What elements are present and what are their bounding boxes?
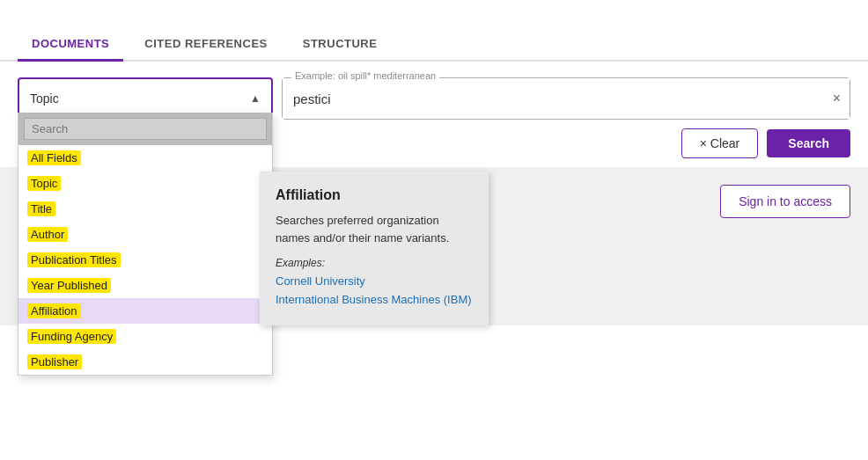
affiliation-popup: Affiliation Searches preferred organizat… (260, 172, 489, 325)
example-link-cornell[interactable]: Cornell University (276, 273, 473, 291)
affiliation-popup-title: Affiliation (276, 187, 473, 203)
list-item[interactable]: Author (18, 222, 272, 247)
list-item[interactable]: Title (18, 196, 272, 222)
list-item[interactable]: Publisher (18, 349, 272, 375)
search-button[interactable]: Search (767, 129, 850, 157)
search-placeholder-label: Example: oil spill* mediterranean (291, 70, 439, 81)
clear-x-button[interactable]: × (833, 91, 841, 106)
topic-dropdown: All Fields Topic Title Author Publicatio… (18, 113, 273, 376)
dropdown-search-input[interactable] (24, 118, 267, 140)
list-item[interactable]: Funding Agency (18, 324, 272, 349)
topic-label: Topic (30, 91, 59, 106)
sign-in-button[interactable]: Sign in to access (720, 185, 850, 218)
list-item[interactable]: Topic (18, 171, 272, 196)
tab-documents[interactable]: DOCUMENTS (18, 28, 123, 62)
clear-button[interactable]: × Clear (681, 128, 759, 158)
dropdown-search-area (18, 113, 272, 145)
search-input-wrapper: Example: oil spill* mediterranean × (282, 77, 850, 120)
tabs-bar: DOCUMENTS CITED REFERENCES STRUCTURE (0, 0, 868, 62)
tab-structure[interactable]: STRUCTURE (289, 28, 392, 62)
affiliation-popup-description: Searches preferred organization names an… (276, 212, 473, 246)
example-link-ibm[interactable]: International Business Machines (IBM) (276, 291, 473, 310)
chevron-up-icon: ▲ (250, 92, 261, 105)
list-item[interactable]: Year Published (18, 273, 272, 298)
list-item[interactable]: Publication Titles (18, 247, 272, 273)
dropdown-list: All Fields Topic Title Author Publicatio… (18, 145, 272, 375)
list-item[interactable]: All Fields (18, 145, 272, 171)
clear-x-icon: × (700, 136, 707, 150)
tab-cited-references[interactable]: CITED REFERENCES (130, 28, 281, 62)
clear-label: Clear (710, 136, 739, 150)
examples-label: Examples: (276, 257, 473, 269)
search-input[interactable] (283, 78, 850, 119)
list-item-affiliation[interactable]: Affiliation (18, 298, 272, 324)
